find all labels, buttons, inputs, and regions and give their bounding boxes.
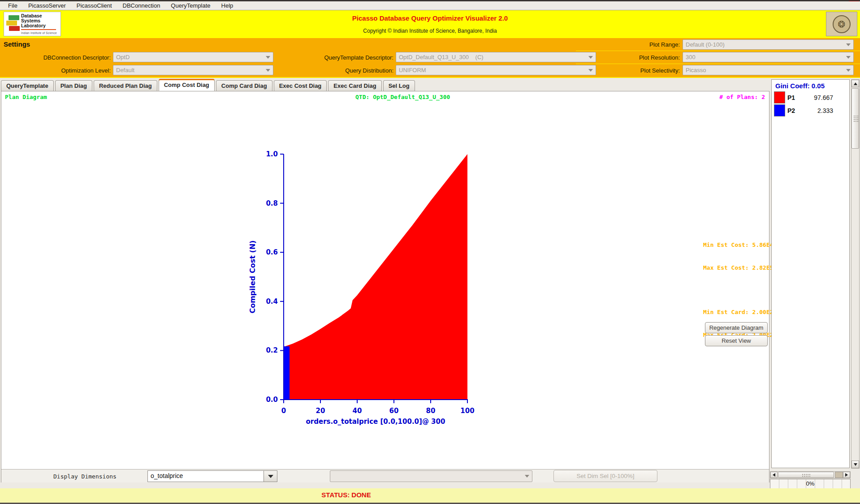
- optimization-level-select[interactable]: Default: [113, 65, 273, 75]
- scroll-left-button[interactable]: [770, 472, 778, 478]
- legend-row-p1[interactable]: P1 97.667: [774, 91, 848, 103]
- optimization-level-label: Optimization Level:: [13, 67, 111, 74]
- plot-selectivity-label: Plot Selectivity:: [583, 67, 680, 74]
- svg-text:0: 0: [281, 407, 286, 415]
- dropdown-arrow-icon: [846, 43, 851, 46]
- menu-help[interactable]: Help: [217, 2, 238, 9]
- settings-separator: [576, 51, 860, 51]
- svg-text:20: 20: [316, 407, 325, 415]
- regenerate-diagram-button[interactable]: Regenerate Diagram: [705, 322, 768, 333]
- menu-file[interactable]: File: [4, 2, 22, 9]
- tab-sel-log[interactable]: Sel Log: [383, 80, 415, 91]
- horizontal-scrollbar[interactable]: [770, 471, 851, 478]
- dropdown-arrow-icon: [846, 69, 851, 72]
- scroll-track-segment: [835, 472, 843, 478]
- dbconnection-descriptor-select[interactable]: OptD: [113, 52, 273, 62]
- scroll-grip-icon: [802, 474, 811, 477]
- svg-text:0.6: 0.6: [266, 248, 278, 256]
- svg-text:orders.o_totalprice [0.0,100.0: orders.o_totalprice [0.0,100.0]@ 300: [306, 418, 445, 426]
- svg-text:Compiled Cost (N): Compiled Cost (N): [248, 240, 257, 313]
- progress-bar: 0%: [770, 479, 851, 489]
- svg-text:0.4: 0.4: [266, 297, 278, 306]
- app-title: Picasso Database Query Optimizer Visuali…: [0, 14, 860, 22]
- diagram-title: Plan Diagram: [5, 94, 47, 100]
- query-distribution-select[interactable]: UNIFORM: [396, 65, 596, 75]
- svg-text:0.2: 0.2: [266, 346, 278, 354]
- querytemplate-descriptor-label: QueryTemplate Descriptor:: [296, 54, 393, 61]
- dropdown-arrow-icon: [268, 475, 273, 478]
- svg-text:100: 100: [460, 407, 474, 415]
- plot-range-select[interactable]: Default (0-100): [683, 39, 854, 50]
- diagram-tab-bar: QueryTemplate Plan Diag Reduced Plan Dia…: [1, 79, 415, 91]
- scroll-down-button[interactable]: [851, 461, 859, 468]
- scroll-grip-icon: [853, 115, 858, 122]
- scroll-left-icon: [773, 473, 775, 477]
- p2-color-swatch: [774, 104, 785, 116]
- settings-separator: [576, 64, 860, 64]
- dropdown-arrow-icon: [525, 475, 529, 478]
- second-dimension-select[interactable]: [330, 470, 532, 482]
- plot-range-label: Plot Range:: [583, 41, 680, 48]
- svg-text:80: 80: [426, 407, 436, 415]
- tab-comp-card-diag[interactable]: Comp Card Diag: [216, 80, 272, 91]
- svg-text:60: 60: [389, 407, 399, 415]
- scroll-right-button[interactable]: [843, 472, 850, 478]
- settings-bottom-border: [0, 77, 860, 78]
- display-dimensions-label: Display Dimensions: [53, 473, 117, 480]
- tab-querytemplate[interactable]: QueryTemplate: [1, 80, 54, 91]
- set-dim-sel-button[interactable]: Set Dim Sel [0-100%]: [553, 470, 657, 482]
- diagram-qtd-label: QTD: OptD_Default_Q13_U_300: [355, 94, 450, 100]
- svg-text:1.0: 1.0: [266, 150, 278, 158]
- tab-plan-diag[interactable]: Plan Diag: [55, 80, 92, 91]
- settings-heading: Settings: [4, 40, 30, 48]
- p1-label: P1: [787, 94, 795, 101]
- plot-selectivity-select[interactable]: Picasso: [683, 65, 854, 75]
- reset-view-button[interactable]: Reset View: [705, 335, 768, 346]
- menu-bar: File PicassoServer PicassoClient DBConne…: [0, 1, 860, 10]
- cost-diagram-chart[interactable]: 0204060801000.00.20.40.60.81.0orders.o_t…: [242, 148, 520, 435]
- gini-coefficient: Gini Coeff: 0.05: [775, 82, 825, 90]
- scroll-up-button[interactable]: [851, 80, 859, 87]
- svg-text:40: 40: [353, 407, 362, 415]
- dropdown-arrow-icon: [266, 69, 270, 72]
- legend-row-p2[interactable]: P2 2.333: [774, 104, 848, 116]
- max-est-cost: Max Est Cost: 2.82E5: [703, 264, 774, 271]
- iisc-seal: ❂: [826, 12, 857, 36]
- status-bar: STATUS: DONE: [0, 488, 860, 503]
- p1-color-swatch: [774, 91, 785, 103]
- querytemplate-descriptor-select[interactable]: OptD_Default_Q13_U_300 (C): [396, 52, 596, 62]
- app-copyright: Copyright © Indian Institute of Science,…: [0, 28, 860, 34]
- menu-picasso-server[interactable]: PicassoServer: [24, 2, 70, 9]
- dimension-combo-arrow[interactable]: [264, 470, 277, 482]
- scroll-right-icon: [845, 473, 848, 477]
- tab-reduced-plan-diag[interactable]: Reduced Plan Diag: [94, 80, 157, 91]
- dimension-combo-input[interactable]: o_totalprice: [147, 470, 264, 482]
- p2-value: 2.333: [801, 107, 833, 114]
- menu-picasso-client[interactable]: PicassoClient: [72, 2, 117, 9]
- plan-legend-panel: Gini Coeff: 0.05 P1 97.667 P2 2.333: [771, 79, 850, 468]
- dimension-control-strip: Display Dimensions o_totalprice Set Dim …: [1, 469, 769, 482]
- plot-resolution-select[interactable]: 300: [683, 52, 854, 62]
- vertical-scrollbar[interactable]: [851, 79, 860, 469]
- dropdown-arrow-icon: [266, 56, 270, 59]
- tab-exec-cost-diag[interactable]: Exec Cost Diag: [274, 80, 327, 91]
- iisc-seal-icon: ❂: [833, 15, 851, 33]
- svg-text:0.0: 0.0: [266, 396, 278, 404]
- p1-value: 97.667: [801, 94, 833, 101]
- tab-exec-card-diag[interactable]: Exec Card Diag: [328, 80, 381, 91]
- diagram-panel: Plan Diagram QTD: OptD_Default_Q13_U_300…: [1, 91, 769, 482]
- dropdown-arrow-icon: [846, 56, 851, 59]
- p2-label: P2: [787, 107, 795, 114]
- menu-query-template[interactable]: QueryTemplate: [166, 2, 215, 9]
- query-distribution-label: Query Distribution:: [296, 67, 393, 74]
- menu-db-connection[interactable]: DBConnection: [118, 2, 165, 9]
- vertical-scroll-thumb[interactable]: [851, 88, 859, 149]
- num-plans-label: # of Plans: 2: [719, 94, 765, 100]
- tab-comp-cost-diag[interactable]: Comp Cost Diag: [159, 79, 215, 91]
- scroll-up-icon: [854, 82, 857, 85]
- status-text: STATUS: DONE: [0, 488, 692, 502]
- min-est-card: Min Est Card: 2.00E2: [703, 308, 774, 316]
- min-est-cost: Min Est Cost: 5.86E4: [703, 241, 774, 249]
- horizontal-scroll-thumb[interactable]: [778, 472, 834, 478]
- plot-resolution-label: Plot Resolution:: [583, 54, 680, 61]
